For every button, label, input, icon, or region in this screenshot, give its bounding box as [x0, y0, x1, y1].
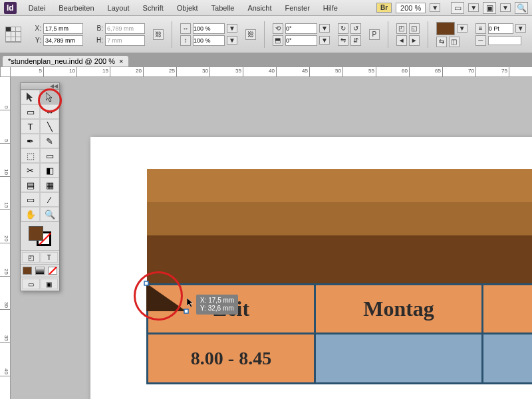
horizontal-ruler[interactable]: 5 10 15 20 25 30 35 40 45 50 55 60 65 70…	[11, 66, 532, 77]
stroke-dd[interactable]: ▼	[515, 24, 526, 33]
ruler-origin[interactable]	[0, 66, 11, 77]
rectangle-frame-tool[interactable]: ⬚	[21, 148, 40, 163]
document-tab[interactable]: *stundenplan_neu.indd @ 200 % ×	[3, 56, 128, 66]
preview-view-icon[interactable]: ▣	[41, 279, 59, 289]
arrange-dropdown-icon[interactable]: ▼	[468, 3, 479, 12]
tools-panel[interactable]: ◀◀ ▭ ↔ T ╲ ✒ ✎ ⬚ ▭ ✂ ◧ ▤ ▦ ▭ ⁄ ✋ 🔍 ◰ T ▭…	[20, 82, 60, 291]
apply-color-icon[interactable]	[23, 267, 32, 275]
rotate-ccw-icon[interactable]: ↺	[350, 23, 361, 34]
gradient-feather-tool[interactable]: ▦	[40, 178, 59, 192]
zoom-tool[interactable]: 🔍	[40, 207, 59, 221]
scale-y-dropdown-icon[interactable]: ▼	[227, 36, 237, 45]
hand-tool[interactable]: ✋	[21, 207, 40, 221]
type-tool[interactable]: T	[21, 119, 40, 134]
flip-h-icon[interactable]: ⇋	[338, 35, 348, 46]
x-label: X:	[29, 25, 41, 32]
screen-mode-icon[interactable]: ▣	[483, 2, 496, 14]
stroke-style-display[interactable]	[488, 36, 521, 45]
gradient-swatch-tool[interactable]: ▤	[21, 178, 40, 192]
fill-swatch[interactable]	[29, 226, 43, 241]
menu-datei[interactable]: Datei	[22, 4, 53, 12]
pencil-tool[interactable]: ✎	[40, 134, 59, 148]
fill-color-swatch[interactable]	[436, 22, 455, 35]
header-band-2[interactable]	[147, 202, 532, 235]
fill-stroke-indicator[interactable]	[27, 225, 53, 247]
menu-right-section: Br 200 % ▼ ▭ ▼ ▣ ▼ 🔍	[376, 2, 528, 14]
rectangle-tool[interactable]: ▭	[40, 148, 59, 163]
select-content-icon[interactable]: ◱	[409, 23, 420, 34]
zoom-level-display[interactable]: 200 %	[396, 3, 426, 13]
table-header-montag[interactable]: Montag	[314, 283, 483, 334]
shear-input[interactable]	[285, 35, 317, 46]
scissors-tool[interactable]: ✂	[21, 163, 40, 178]
rotate-icon: ⟲	[273, 23, 283, 34]
menu-schrift[interactable]: Schrift	[136, 4, 170, 12]
screen-mode-dropdown-icon[interactable]: ▼	[500, 3, 511, 12]
scale-x-dropdown-icon[interactable]: ▼	[227, 24, 237, 33]
stroke-style-icon[interactable]: ─	[475, 35, 486, 46]
reference-point-selector[interactable]	[5, 27, 21, 43]
formatting-container-icon[interactable]: ◰	[22, 252, 40, 263]
header-band-3[interactable]	[147, 235, 532, 283]
height-input[interactable]	[105, 35, 145, 46]
annotation-circle-corner	[134, 271, 183, 321]
rotate-dd[interactable]: ▼	[319, 24, 330, 33]
menu-tabelle[interactable]: Tabelle	[205, 4, 241, 12]
shear-dd[interactable]: ▼	[319, 36, 330, 45]
formatting-text-icon[interactable]: T	[41, 252, 59, 263]
constrain-proportions-icon[interactable]: ⛓	[153, 29, 164, 40]
selection-tool[interactable]	[21, 90, 40, 104]
table-cell-day-next[interactable]	[481, 332, 532, 384]
menu-bearbeiten[interactable]: Bearbeiten	[52, 4, 100, 12]
table-header-next[interactable]	[481, 283, 532, 334]
eyedropper-tool[interactable]: ⁄	[40, 192, 59, 207]
scale-y-input[interactable]	[193, 35, 225, 46]
p-paragraph-icon[interactable]: P	[369, 29, 380, 40]
scale-y-icon: ↕	[180, 35, 191, 46]
select-next-icon[interactable]: ►	[409, 35, 420, 46]
search-icon[interactable]: 🔍	[515, 2, 528, 14]
ruler-h-tick: 35	[235, 68, 241, 74]
swap-fill-stroke-icon[interactable]: ⇆	[436, 37, 447, 47]
menu-layout[interactable]: Layout	[101, 4, 136, 12]
table-cell-day[interactable]	[314, 332, 483, 384]
page-tool[interactable]: ▭	[21, 104, 40, 119]
apply-none-icon[interactable]	[48, 267, 57, 275]
vertical-ruler[interactable]: 0 5 10 15 20 25 30 35 40 45	[0, 77, 11, 399]
scale-x-input[interactable]	[193, 23, 225, 34]
menu-hilfe[interactable]: Hilfe	[317, 4, 344, 12]
y-position-input[interactable]	[43, 35, 83, 46]
menu-objekt[interactable]: Objekt	[170, 4, 205, 12]
apply-none-icon[interactable]: ◫	[449, 37, 460, 47]
line-tool[interactable]: ╲	[40, 119, 59, 134]
note-tool[interactable]: ▭	[21, 192, 40, 207]
select-container-icon[interactable]: ◰	[396, 23, 407, 34]
close-tab-icon[interactable]: ×	[119, 57, 123, 65]
free-transform-tool[interactable]: ◧	[40, 163, 59, 178]
ruler-h-tick: 70	[468, 68, 474, 74]
menu-fenster[interactable]: Fenster	[279, 4, 317, 12]
stroke-weight-icon: ≡	[475, 23, 486, 34]
rotate-cw-icon[interactable]: ↻	[338, 23, 348, 34]
bridge-button[interactable]: Br	[376, 3, 392, 13]
rotate-input[interactable]	[285, 23, 317, 34]
fill-stroke-group: ▼ ⇆◫	[436, 22, 467, 47]
apply-gradient-icon[interactable]	[35, 267, 45, 275]
fill-dd[interactable]: ▼	[457, 24, 467, 33]
arrange-icon[interactable]: ▭	[451, 2, 464, 14]
flip-v-icon[interactable]: ⇵	[350, 35, 361, 46]
pen-tool[interactable]: ✒	[21, 134, 40, 148]
normal-view-icon[interactable]: ▭	[22, 279, 40, 289]
x-position-input[interactable]	[43, 23, 83, 34]
ruler-v-tick: 5	[0, 110, 10, 144]
ruler-h-tick: 60	[402, 68, 408, 74]
table-cell-time[interactable]: 8.00 - 8.45	[146, 332, 316, 384]
zoom-dropdown-icon[interactable]: ▼	[430, 3, 440, 12]
width-input[interactable]	[105, 23, 145, 34]
document-canvas[interactable]: Zeit Montag 8.00 - 8.45 X: 17,5 mm Y: 32…	[11, 77, 532, 399]
menu-ansicht[interactable]: Ansicht	[241, 4, 278, 12]
select-prev-icon[interactable]: ◄	[396, 35, 407, 46]
constrain-scale-icon[interactable]: ⛓	[245, 29, 256, 40]
header-band-1[interactable]	[147, 169, 532, 202]
stroke-weight-input[interactable]	[488, 23, 513, 34]
